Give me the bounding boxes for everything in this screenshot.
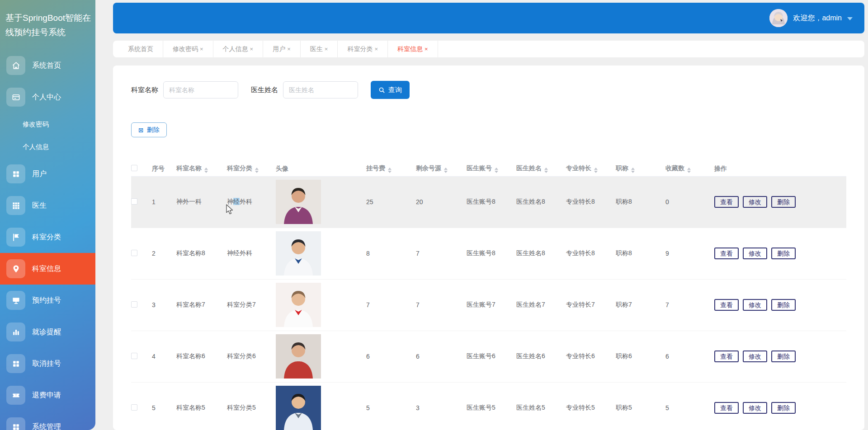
remaining-cell: 7 — [416, 279, 467, 331]
close-icon[interactable]: × — [287, 46, 291, 52]
sidebar-item-label: 退费申请 — [32, 391, 61, 400]
query-button[interactable]: 查询 — [371, 81, 410, 99]
specialty-cell: 专业特长8 — [566, 176, 616, 228]
table-row: 4科室名称6科室分类666医生账号6医生姓名6专业特长6职称66查看修改删除 — [131, 331, 846, 382]
doctor-name-input[interactable] — [283, 81, 358, 98]
sort-caret-icon[interactable] — [687, 168, 691, 173]
delete-button[interactable]: 删除 — [771, 351, 796, 362]
sidebar-item-cancel-appointment[interactable]: 取消挂号 — [0, 348, 95, 379]
column-header: 职称 — [616, 162, 665, 176]
remaining-cell: 6 — [416, 331, 467, 382]
column-header: 科室分类 — [227, 162, 276, 176]
row-checkbox[interactable] — [131, 250, 137, 256]
view-button[interactable]: 查看 — [714, 402, 739, 414]
sort-caret-icon[interactable] — [444, 168, 448, 173]
column-label: 职称 — [616, 164, 628, 172]
sidebar-item-label: 系统管理 — [32, 422, 61, 430]
page: 基于SpringBoot智能在线预约挂号系统 系统首页个人中心修改密码个人信息用… — [0, 0, 868, 430]
sidebar-item-doctors[interactable]: 医生 — [0, 190, 95, 221]
seq-cell: 5 — [152, 382, 176, 430]
table-row: 1神外一科神经外科2520医生账号8医生姓名8专业特长8职称80查看修改删除 — [131, 176, 846, 228]
sort-caret-icon[interactable] — [495, 168, 498, 173]
dept-type-cell: 神经外科 — [227, 228, 276, 279]
view-button[interactable]: 查看 — [714, 196, 739, 208]
seq-cell: 1 — [152, 176, 176, 228]
ticket-icon — [6, 386, 25, 405]
sidebar-item-appointment[interactable]: 预约挂号 — [0, 285, 95, 316]
select-all-checkbox[interactable] — [131, 165, 137, 171]
bulk-delete-button[interactable]: ⊠ 删除 — [131, 122, 167, 137]
view-button[interactable]: 查看 — [714, 248, 739, 259]
row-checkbox-cell — [131, 176, 152, 228]
home-icon — [6, 56, 25, 75]
delete-button[interactable]: 删除 — [771, 248, 796, 259]
delete-button[interactable]: 删除 — [771, 402, 796, 414]
row-checkbox[interactable] — [131, 301, 137, 308]
doctor-photo — [276, 283, 321, 327]
tab-home[interactable]: 系统首页 — [118, 41, 163, 57]
edit-button[interactable]: 修改 — [743, 299, 767, 311]
tab-personal-info[interactable]: 个人信息× — [213, 41, 264, 57]
edit-button[interactable]: 修改 — [743, 248, 767, 259]
sort-caret-icon[interactable] — [388, 168, 392, 173]
specialty-cell: 专业特长6 — [566, 331, 616, 382]
remaining-cell: 20 — [416, 176, 467, 228]
sidebar-subitem-personal-info[interactable]: 个人信息 — [0, 136, 95, 158]
sort-caret-icon[interactable] — [255, 168, 259, 173]
close-icon[interactable]: × — [250, 46, 254, 52]
doctor-account-cell: 医生账号8 — [467, 228, 516, 279]
close-icon[interactable]: × — [425, 46, 428, 52]
chevron-down-icon — [847, 17, 853, 20]
sidebar-item-users[interactable]: 用户 — [0, 158, 95, 190]
tab-dept-info[interactable]: 科室信息× — [388, 41, 438, 57]
user-menu[interactable]: 欢迎您，admin — [769, 9, 853, 27]
sort-caret-icon[interactable] — [204, 168, 208, 173]
delete-button[interactable]: 删除 — [771, 299, 796, 311]
doctor-photo — [276, 386, 321, 430]
tab-dept-category[interactable]: 科室分类× — [338, 41, 388, 57]
dept-name-cell: 科室名称7 — [176, 279, 227, 331]
sidebar-item-visit-reminder[interactable]: 就诊提醒 — [0, 316, 95, 348]
sort-caret-icon[interactable] — [544, 168, 548, 173]
sidebar-subitem-change-password[interactable]: 修改密码 — [0, 113, 95, 136]
sidebar-item-personal-center[interactable]: 个人中心 — [0, 81, 95, 113]
sidebar-item-label: 科室分类 — [32, 233, 61, 242]
view-button[interactable]: 查看 — [714, 299, 739, 311]
table-row: 5科室名称5科室分类553医生账号5医生姓名5专业特长5职称55查看修改删除 — [131, 382, 846, 430]
column-label: 专业特长 — [566, 164, 591, 172]
column-header: 序号 — [152, 162, 176, 176]
row-checkbox-cell — [131, 331, 152, 382]
close-icon[interactable]: × — [200, 46, 203, 52]
tab-doctors[interactable]: 医生× — [301, 41, 338, 57]
delete-button[interactable]: 删除 — [771, 196, 796, 208]
title-cell: 职称6 — [616, 331, 665, 382]
tab-change-password[interactable]: 修改密码× — [163, 41, 213, 57]
actions-cell: 查看修改删除 — [714, 176, 846, 228]
row-checkbox[interactable] — [131, 198, 137, 205]
favorites-cell: 9 — [665, 228, 714, 279]
search-icon — [378, 87, 385, 93]
tab-users[interactable]: 用户× — [263, 41, 301, 57]
fee-cell: 8 — [366, 228, 416, 279]
sidebar-item-refund-request[interactable]: 退费申请 — [0, 379, 95, 411]
row-checkbox[interactable] — [131, 404, 137, 411]
dept-name-input[interactable] — [163, 81, 238, 98]
column-header: 操作 — [714, 162, 846, 176]
close-icon[interactable]: × — [374, 46, 378, 52]
dept-name-cell: 神外一科 — [176, 176, 227, 228]
sidebar-item-system-management[interactable]: 系统管理 — [0, 411, 95, 430]
dept-type-cell: 科室分类5 — [227, 382, 276, 430]
actions-cell: 查看修改删除 — [714, 382, 846, 430]
sidebar-item-dept-category[interactable]: 科室分类 — [0, 221, 95, 253]
row-checkbox[interactable] — [131, 353, 137, 359]
sort-caret-icon[interactable] — [594, 168, 598, 173]
sort-caret-icon[interactable] — [631, 168, 635, 173]
view-button[interactable]: 查看 — [714, 351, 739, 362]
sidebar-item-dept-info[interactable]: 科室信息 — [0, 253, 95, 285]
sidebar-item-home[interactable]: 系统首页 — [0, 50, 95, 81]
edit-button[interactable]: 修改 — [743, 402, 767, 414]
column-header: 收藏数 — [665, 162, 714, 176]
edit-button[interactable]: 修改 — [743, 196, 767, 208]
edit-button[interactable]: 修改 — [743, 351, 767, 362]
close-icon[interactable]: × — [325, 46, 328, 52]
